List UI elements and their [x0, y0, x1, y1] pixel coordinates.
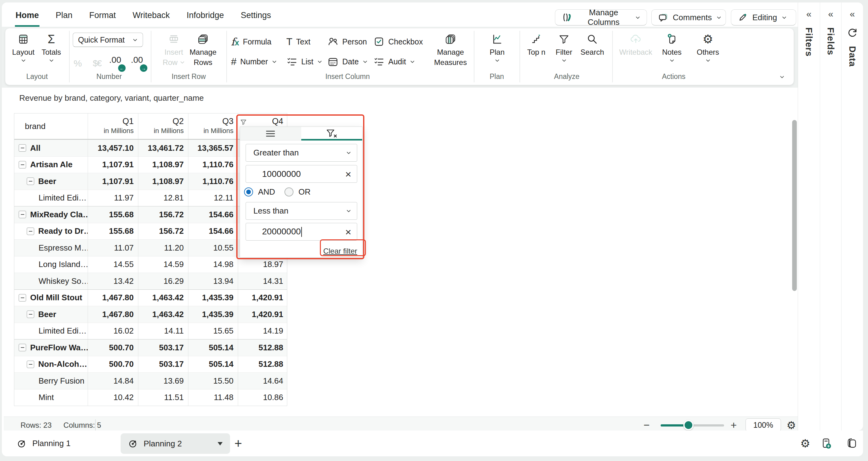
- value-cell-q3[interactable]: 505.14: [188, 339, 238, 356]
- value-cell-q2[interactable]: 16.29: [138, 273, 188, 289]
- panel-filters[interactable]: « Filters: [798, 2, 820, 431]
- row-label-cell[interactable]: Non-Alcoh…: [14, 356, 88, 373]
- row-label-cell[interactable]: Long Island…: [14, 256, 88, 273]
- value-cell-q3[interactable]: 15.50: [188, 373, 238, 389]
- row-label-cell[interactable]: Limited Edi…: [14, 323, 88, 339]
- notes-button[interactable]: Notes: [653, 32, 690, 63]
- value-cell-q3[interactable]: 13,365.57: [188, 140, 238, 156]
- row-label-cell[interactable]: Old Mill Stout: [14, 290, 88, 306]
- value-cell-q4[interactable]: 18.97: [238, 256, 287, 273]
- value-cell-q1[interactable]: 11.97: [88, 190, 138, 207]
- value-cell-q3[interactable]: 1,110.76: [188, 157, 238, 173]
- sheet-tab-planning-1[interactable]: Planning 1: [17, 431, 70, 456]
- decimal-increase-icon[interactable]: .00→: [131, 55, 143, 70]
- row-label-cell[interactable]: MixReady Cla…: [14, 207, 88, 223]
- text-column-button[interactable]: T Text: [286, 34, 310, 49]
- row-label-cell[interactable]: Berry Fusion: [14, 373, 88, 389]
- value-cell-q3[interactable]: 154.66: [188, 207, 238, 223]
- value-cell-q2[interactable]: 13.69: [138, 373, 188, 389]
- value-cell-q3[interactable]: 10.55: [188, 240, 238, 256]
- value-cell-q1[interactable]: 1,107.91: [88, 157, 138, 173]
- value-cell-q2[interactable]: 156.72: [138, 223, 188, 240]
- number-column-button[interactable]: # Number: [231, 54, 277, 69]
- row-label-cell[interactable]: Limited Edi…: [14, 190, 88, 207]
- comments-button[interactable]: Comments: [651, 9, 726, 26]
- insert-row-button[interactable]: Insert Row: [159, 32, 189, 67]
- clear-value2-icon[interactable]: ×: [345, 226, 351, 237]
- filter-value1-input[interactable]: 10000000 ×: [246, 165, 357, 183]
- value-cell-q1[interactable]: 1,107.91: [88, 173, 138, 190]
- menu-tab-writeback[interactable]: Writeback: [132, 2, 171, 27]
- date-column-button[interactable]: Date: [328, 54, 368, 69]
- collapse-row-icon[interactable]: [19, 161, 26, 168]
- value-cell-q4[interactable]: 512.88: [238, 339, 287, 356]
- row-label-cell[interactable]: All: [14, 140, 88, 156]
- value-cell-q3[interactable]: 154.66: [188, 223, 238, 240]
- menu-tab-home[interactable]: Home: [15, 2, 39, 27]
- others-button[interactable]: ⚙ Others: [689, 32, 726, 63]
- value-cell-q3[interactable]: 1,435.39: [188, 306, 238, 323]
- checkbox-column-button[interactable]: Checkbox: [373, 34, 423, 49]
- value-cell-q2[interactable]: 14.59: [138, 256, 188, 273]
- value-cell-q2[interactable]: 1,108.97: [138, 157, 188, 173]
- value-cell-q2[interactable]: 156.72: [138, 207, 188, 223]
- zoom-slider-handle[interactable]: [683, 420, 693, 430]
- collapse-row-icon[interactable]: [27, 178, 34, 185]
- refresh-icon[interactable]: [847, 27, 858, 38]
- row-label-cell[interactable]: Beer: [14, 306, 88, 323]
- menu-tab-plan[interactable]: Plan: [55, 2, 73, 27]
- value-cell-q2[interactable]: 503.17: [138, 356, 188, 373]
- row-label-cell[interactable]: PureFlow Wa…: [14, 339, 88, 356]
- manage-rows-button[interactable]: Manage Rows: [187, 32, 219, 67]
- value-cell-q2[interactable]: 1,463.42: [138, 306, 188, 323]
- value-cell-q4[interactable]: 1,420.91: [238, 290, 287, 306]
- value-cell-q3[interactable]: 1,110.76: [188, 173, 238, 190]
- sheet-options-caret-icon[interactable]: [218, 442, 223, 445]
- value-cell-q1[interactable]: 10.42: [88, 390, 138, 406]
- percent-format-icon[interactable]: %: [69, 56, 86, 71]
- settings-gear-icon[interactable]: ⚙: [800, 431, 810, 456]
- writeback-button[interactable]: Writeback: [617, 32, 654, 57]
- filter-button[interactable]: Filter: [550, 32, 578, 63]
- row-label-cell[interactable]: Whiskey So…: [14, 273, 88, 289]
- clear-value1-icon[interactable]: ×: [345, 169, 351, 179]
- value-cell-q4[interactable]: 512.88: [238, 356, 287, 373]
- value-cell-q3[interactable]: 11.48: [188, 390, 238, 406]
- plan-button[interactable]: Plan: [482, 32, 513, 63]
- value-cell-q4[interactable]: 10.86: [238, 390, 287, 406]
- row-label-cell[interactable]: Mint: [14, 390, 88, 406]
- ribbon-collapse-chevron-icon[interactable]: [779, 74, 785, 80]
- value-cell-q1[interactable]: 500.70: [88, 356, 138, 373]
- top-n-button[interactable]: Top n: [523, 32, 550, 57]
- row-label-cell[interactable]: Beer: [14, 173, 88, 190]
- list-column-button[interactable]: List: [286, 54, 322, 69]
- collapse-row-icon[interactable]: [19, 144, 26, 152]
- filter-operator2-select[interactable]: Less than: [246, 202, 357, 220]
- quick-format-select[interactable]: Quick Format: [73, 33, 143, 47]
- value-cell-q4[interactable]: 14.64: [238, 373, 287, 389]
- value-cell-q2[interactable]: 14.11: [138, 323, 188, 339]
- value-cell-q1[interactable]: 11.07: [88, 240, 138, 256]
- value-cell-q1[interactable]: 155.68: [88, 207, 138, 223]
- person-column-button[interactable]: Person: [328, 34, 367, 49]
- value-cell-q2[interactable]: 11.51: [138, 390, 188, 406]
- tab-filter[interactable]: [301, 127, 363, 140]
- collapse-row-icon[interactable]: [19, 211, 26, 218]
- column-header-brand[interactable]: brand: [14, 114, 88, 139]
- value-cell-q1[interactable]: 13.42: [88, 273, 138, 289]
- column-header-q2[interactable]: Q2in Millions: [138, 114, 188, 139]
- value-cell-q1[interactable]: 155.68: [88, 223, 138, 240]
- collapse-row-icon[interactable]: [19, 294, 26, 302]
- filter-operator1-select[interactable]: Greater than: [246, 144, 357, 162]
- value-cell-q1[interactable]: 1,467.80: [88, 290, 138, 306]
- collapse-panel-icon[interactable]: «: [850, 9, 855, 19]
- value-cell-q4[interactable]: 1,420.91: [238, 306, 287, 323]
- value-cell-q2[interactable]: 1,463.42: [138, 290, 188, 306]
- value-cell-q3[interactable]: 12.11: [188, 190, 238, 207]
- value-cell-q1[interactable]: 14.84: [88, 373, 138, 389]
- manage-columns-button[interactable]: Manage Columns: [555, 9, 647, 26]
- value-cell-q4[interactable]: 14.31: [238, 273, 287, 289]
- or-radio[interactable]: [284, 187, 293, 196]
- value-cell-q1[interactable]: 16.02: [88, 323, 138, 339]
- collapse-panel-icon[interactable]: «: [806, 9, 811, 19]
